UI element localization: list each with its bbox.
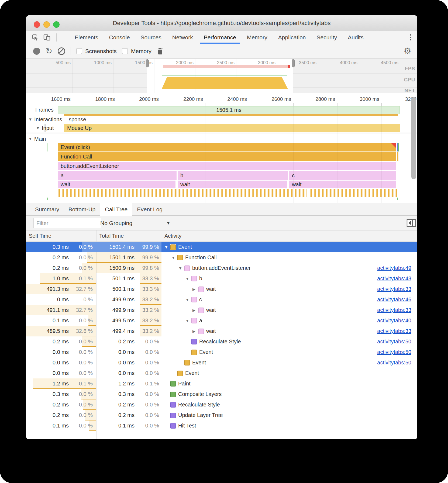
col-activity[interactable]: Activity: [164, 233, 181, 239]
source-link[interactable]: activitytabs:43: [377, 275, 411, 282]
ruler-tick: 1800 ms: [95, 96, 115, 102]
record-button[interactable]: [33, 48, 40, 55]
filter-input[interactable]: [33, 218, 101, 228]
collapse-arrow-icon[interactable]: ▼: [28, 117, 32, 122]
table-row[interactable]: 0.3 ms0.0 %0.3 ms0.0 %Composite Layers: [26, 389, 417, 399]
flame-bar[interactable]: a: [58, 171, 177, 180]
panel-tab-event-log[interactable]: Event Log: [132, 203, 167, 215]
self-time-value: 0.0 ms: [53, 370, 69, 376]
table-row[interactable]: 491.1 ms32.7 %499.9 ms33.2 %▶waitactivit…: [26, 305, 417, 315]
table-row[interactable]: 0 ms0 %499.9 ms33.2 %▼cactivitytabs:46: [26, 294, 417, 305]
source-link[interactable]: activitytabs:50: [377, 339, 411, 345]
flame-bar[interactable]: Event (click): [58, 143, 396, 151]
collapse-arrow-icon[interactable]: ▼: [28, 136, 32, 141]
source-link[interactable]: activitytabs:33: [377, 328, 411, 334]
table-row[interactable]: 0.2 ms0.0 %0.2 ms0.0 %Recalculate Stylea…: [26, 336, 417, 347]
tab-performance[interactable]: Performance: [200, 31, 240, 44]
tab-sources[interactable]: Sources: [137, 31, 165, 44]
lane-label-cpu: CPU: [404, 77, 415, 83]
table-row[interactable]: 0.2 ms0.0 %1500.9 ms99.8 %▼button.addEve…: [26, 263, 417, 273]
source-link[interactable]: activitytabs:49: [377, 265, 411, 271]
flame-bar[interactable]: c: [289, 171, 396, 180]
clear-recording-icon[interactable]: [58, 47, 65, 55]
panel-tab-call-tree[interactable]: Call Tree: [100, 203, 132, 216]
category-icon-purple: [170, 423, 176, 429]
table-row[interactable]: 0.2 ms0.0 %0.2 ms0.0 %Recalculate Style: [26, 399, 417, 410]
response-bar[interactable]: [64, 114, 398, 116]
source-link[interactable]: activitytabs:50: [377, 360, 411, 366]
tree-expand-arrow-icon[interactable]: ▶: [192, 329, 198, 333]
selection-handle-right[interactable]: [292, 59, 295, 67]
timeline-overview[interactable]: 500 ms1000 ms1500 ms2000 ms2500 ms3000 m…: [26, 59, 417, 93]
self-time-value: 0.3 ms: [53, 244, 69, 250]
frames-track-label: Frames: [35, 107, 54, 113]
table-row[interactable]: 0.1 ms0.0 %499.5 ms33.2 %▼aactivitytabs:…: [26, 315, 417, 326]
col-total-time[interactable]: Total Time: [99, 233, 124, 239]
flame-bar[interactable]: wait: [58, 181, 175, 188]
self-time-value: 0.2 ms: [53, 254, 69, 261]
flame-bar[interactable]: wait: [289, 181, 396, 188]
category-icon-purple: [191, 339, 197, 344]
activity-label: Paint: [178, 381, 191, 387]
more-options-icon[interactable]: [410, 34, 411, 40]
source-link[interactable]: activitytabs:33: [377, 307, 411, 313]
flame-bar[interactable]: Function Call: [58, 152, 396, 161]
table-row[interactable]: 1.2 ms0.1 %1.2 ms0.1 %Paint: [26, 378, 417, 389]
table-row[interactable]: 491.3 ms32.7 %500.1 ms33.3 %▶waitactivit…: [26, 284, 417, 294]
tab-application[interactable]: Application: [274, 31, 310, 44]
table-row[interactable]: 0.0 ms0.0 %0.0 ms0.0 %Event: [26, 368, 417, 378]
tree-collapse-arrow-icon[interactable]: ▼: [178, 266, 184, 270]
tree-collapse-arrow-icon[interactable]: ▼: [185, 319, 191, 323]
source-link[interactable]: activitytabs:40: [377, 318, 411, 324]
tree-collapse-arrow-icon[interactable]: ▼: [185, 277, 191, 281]
overview-tick: 4500 ms: [381, 60, 398, 65]
tree-collapse-arrow-icon[interactable]: ▼: [171, 256, 177, 260]
frames-bar[interactable]: 1505.1 ms: [58, 106, 400, 114]
tab-audits[interactable]: Audits: [344, 31, 367, 44]
flame-bar[interactable]: button.addEventListener: [58, 162, 396, 170]
tab-network[interactable]: Network: [168, 31, 197, 44]
screenshots-checkbox[interactable]: [76, 48, 82, 54]
source-link[interactable]: activitytabs:50: [377, 349, 411, 355]
table-row[interactable]: 0.1 ms0.0 %0.1 ms0.0 %Hit Test: [26, 420, 417, 431]
show-sidebar-icon[interactable]: [406, 219, 416, 227]
table-row[interactable]: 0.3 ms0.0 %1501.4 ms99.9 %▼Event: [26, 242, 417, 252]
garbage-collect-icon[interactable]: [157, 47, 163, 55]
source-link[interactable]: activitytabs:46: [377, 296, 411, 303]
tree-expand-arrow-icon[interactable]: ▶: [192, 308, 198, 312]
selection-handle-left[interactable]: [146, 59, 149, 67]
tab-console[interactable]: Console: [105, 31, 134, 44]
table-row[interactable]: 0.0 ms0.0 %0.0 ms0.0 %Eventactivitytabs:…: [26, 357, 417, 368]
mouse-up-bar[interactable]: Mouse Up: [64, 124, 400, 132]
tree-expand-arrow-icon[interactable]: ▶: [192, 287, 198, 291]
reload-and-record-icon[interactable]: ↻: [46, 48, 52, 55]
inspect-element-icon[interactable]: [32, 34, 39, 41]
panel-tab-summary[interactable]: Summary: [30, 203, 64, 215]
table-row[interactable]: 0.0 ms0.0 %0.0 ms0.0 %Eventactivitytabs:…: [26, 347, 417, 357]
collapse-arrow-icon[interactable]: ▼: [36, 126, 40, 130]
category-icon-pink: [191, 297, 197, 302]
memory-checkbox[interactable]: [122, 48, 128, 54]
flame-bar[interactable]: wait: [178, 181, 287, 188]
tab-security[interactable]: Security: [313, 31, 341, 44]
table-row[interactable]: 0.2 ms0.0 %0.2 ms0.0 %Update Layer Tree: [26, 410, 417, 420]
tab-memory[interactable]: Memory: [243, 31, 271, 44]
panel-tab-bottom-up[interactable]: Bottom-Up: [64, 203, 100, 215]
tab-elements[interactable]: Elements: [71, 31, 102, 44]
vertical-scrollbar[interactable]: [411, 97, 416, 179]
tree-collapse-arrow-icon[interactable]: ▼: [185, 298, 191, 302]
table-row[interactable]: 0.2 ms0.0 %1501.1 ms99.9 %▼Function Call: [26, 252, 417, 263]
device-toolbar-icon[interactable]: [43, 34, 51, 41]
table-row[interactable]: 489.5 ms32.6 %499.4 ms33.2 %▶waitactivit…: [26, 326, 417, 336]
grouping-select[interactable]: No Grouping: [100, 216, 132, 230]
capture-settings-icon[interactable]: ⚙: [404, 46, 411, 56]
col-self-time[interactable]: Self Time: [29, 233, 51, 239]
table-row[interactable]: 1.0 ms0.1 %501.1 ms33.3 %▼bactivitytabs:…: [26, 273, 417, 284]
micro-activity-stripes[interactable]: [58, 189, 397, 197]
self-time-percent: 0.0 %: [79, 339, 93, 345]
total-time-value: 0.0 ms: [118, 360, 135, 366]
total-time-value: 0.0 ms: [118, 370, 135, 376]
flame-bar[interactable]: b: [178, 171, 288, 180]
source-link[interactable]: activitytabs:33: [377, 286, 411, 292]
tree-collapse-arrow-icon[interactable]: ▼: [164, 245, 170, 249]
